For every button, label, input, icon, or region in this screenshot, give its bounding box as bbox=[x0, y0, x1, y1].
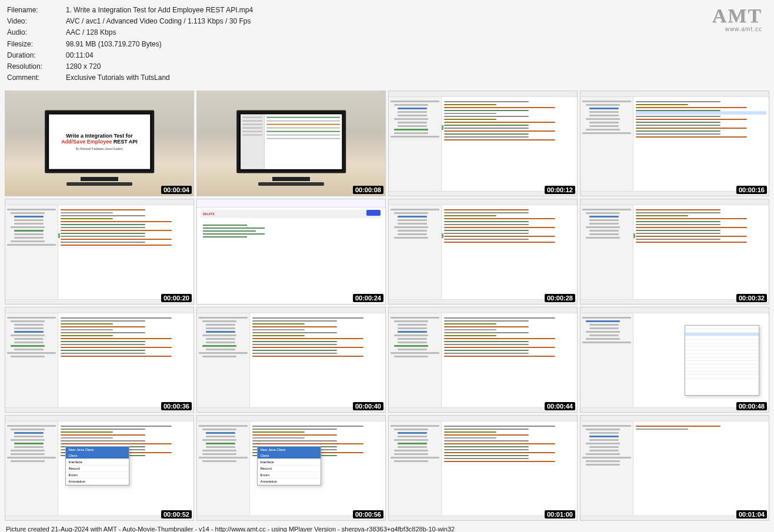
label-filename: Filename: bbox=[7, 5, 66, 16]
timestamp-16: 00:01:04 bbox=[736, 510, 767, 518]
new-class-popup[interactable]: New Java Class Class Interface Record En… bbox=[257, 446, 321, 486]
popup-item-enum[interactable]: Enum bbox=[258, 472, 321, 479]
timestamp-15: 00:01:00 bbox=[545, 510, 575, 518]
timestamp-6: 00:00:24 bbox=[353, 294, 383, 302]
timestamp-2: 00:00:08 bbox=[353, 186, 383, 194]
thumbnail-3: 00:00:12 bbox=[388, 91, 578, 196]
label-duration: Duration: bbox=[7, 50, 66, 61]
thumbnail-13: New Java Class Class Interface Record En… bbox=[5, 415, 194, 521]
timestamp-3: 00:00:12 bbox=[545, 186, 575, 194]
value-video: AVC / avc1 / Advanced Video Coding / 1.1… bbox=[66, 16, 251, 27]
label-audio: Audio: bbox=[7, 27, 66, 38]
label-comment: Comment: bbox=[7, 72, 66, 83]
thumbnail-6: DELETE 00:00:24 bbox=[196, 199, 386, 305]
thumbnail-16: 00:01:04 bbox=[580, 415, 769, 521]
value-filesize: 98.91 MB (103.719.270 Bytes) bbox=[66, 39, 162, 50]
value-comment: Exclusive Tutorials with TutsLand bbox=[66, 72, 170, 83]
label-resolution: Resolution: bbox=[7, 61, 66, 72]
popup-item-interface[interactable]: Interface bbox=[66, 459, 129, 466]
label-video: Video: bbox=[7, 16, 66, 27]
popup-item-interface[interactable]: Interface bbox=[258, 459, 321, 466]
thumbnail-11: 00:00:44 bbox=[388, 307, 578, 413]
value-audio: AAC / 128 Kbps bbox=[66, 27, 116, 38]
context-menu[interactable] bbox=[685, 325, 759, 396]
label-filesize: Filesize: bbox=[7, 39, 66, 50]
timestamp-7: 00:00:28 bbox=[545, 294, 575, 302]
timestamp-10: 00:00:40 bbox=[353, 402, 383, 410]
footer-text: Picture created 21-Aug-2024 with AMT - A… bbox=[0, 523, 774, 532]
popup-item-annotation[interactable]: Annotation bbox=[258, 479, 321, 485]
send-button[interactable] bbox=[366, 210, 381, 216]
timestamp-12: 00:00:48 bbox=[736, 402, 767, 410]
timestamp-9: 00:00:36 bbox=[161, 402, 192, 410]
amt-logo: AMT www.amt.cc bbox=[712, 5, 762, 32]
value-resolution: 1280 x 720 bbox=[66, 61, 101, 72]
popup-item-class[interactable]: Class bbox=[66, 453, 129, 459]
timestamp-8: 00:00:32 bbox=[736, 294, 767, 302]
value-duration: 00:11:04 bbox=[66, 50, 94, 61]
value-filename: 1. Write a Integration Test for Add Empl… bbox=[66, 5, 253, 16]
slide-author: By Ramesh Fadatare (Java Guides) bbox=[76, 147, 123, 150]
logo-text: AMT bbox=[712, 5, 762, 27]
thumbnail-15: 00:01:00 bbox=[388, 415, 578, 521]
timestamp-1: 00:00:04 bbox=[161, 186, 192, 194]
popup-item-annotation[interactable]: Annotation bbox=[66, 479, 129, 485]
metadata-header: Filename:1. Write a Integration Test for… bbox=[0, 0, 774, 88]
thumbnail-1: Write a Integration Test for Add/Save Em… bbox=[5, 91, 194, 196]
popup-title: New Java Class bbox=[258, 447, 321, 453]
popup-item-enum[interactable]: Enum bbox=[66, 472, 129, 479]
popup-item-record[interactable]: Record bbox=[66, 466, 129, 472]
popup-item-class[interactable]: Class bbox=[258, 453, 321, 459]
thumbnail-2: 00:00:08 bbox=[196, 91, 386, 196]
slide-title-line1: Write a Integration Test for bbox=[66, 133, 133, 139]
timestamp-14: 00:00:56 bbox=[353, 510, 383, 518]
http-method: DELETE bbox=[203, 212, 215, 216]
thumbnail-grid: Write a Integration Test for Add/Save Em… bbox=[0, 88, 774, 523]
thumbnail-5: 00:00:20 bbox=[5, 199, 194, 305]
thumbnail-10: 00:00:40 bbox=[196, 307, 386, 413]
timestamp-13: 00:00:52 bbox=[161, 510, 192, 518]
thumbnail-12: 00:00:48 bbox=[580, 307, 769, 413]
thumbnail-7: 00:00:28 bbox=[388, 199, 578, 305]
thumbnail-14: New Java Class Class Interface Record En… bbox=[196, 415, 386, 521]
timestamp-11: 00:00:44 bbox=[545, 402, 575, 410]
timestamp-5: 00:00:20 bbox=[161, 294, 192, 302]
slide-title-line2: Add/Save Employee REST API bbox=[61, 139, 138, 145]
popup-item-record[interactable]: Record bbox=[258, 466, 321, 472]
thumbnail-8: 00:00:32 bbox=[580, 199, 769, 305]
thumbnail-9: 00:00:36 bbox=[5, 307, 194, 413]
popup-title: New Java Class bbox=[66, 447, 129, 453]
timestamp-4: 00:00:16 bbox=[736, 186, 767, 194]
thumbnail-4: 00:00:16 bbox=[580, 91, 769, 196]
new-class-popup[interactable]: New Java Class Class Interface Record En… bbox=[65, 446, 129, 486]
